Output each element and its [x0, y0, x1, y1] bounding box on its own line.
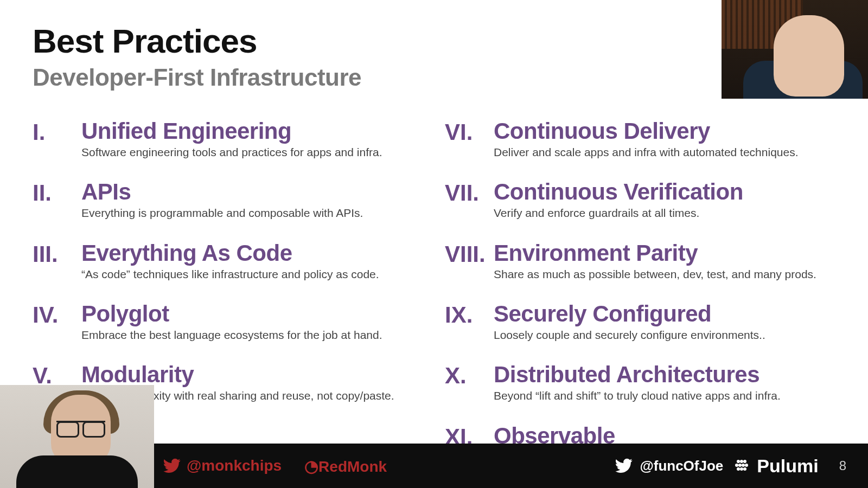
- item-desc: Embrace the best language ecosystems for…: [81, 328, 429, 342]
- svg-point-7: [737, 467, 740, 471]
- item-number: III.: [33, 241, 81, 267]
- right-brand-text: Pulumi: [757, 455, 818, 477]
- item-heading: Unified Engineering: [81, 119, 429, 143]
- list-item: X.Distributed ArchitecturesBeyond “lift …: [445, 363, 841, 403]
- item-heading: Polyglot: [81, 302, 429, 326]
- list-item: VII.Continuous VerificationVerify and en…: [445, 180, 841, 220]
- item-heading: APIs: [81, 180, 429, 204]
- slide: Best Practices Developer-First Infrastru…: [0, 0, 868, 488]
- slide-title: Best Practices: [33, 22, 257, 60]
- footer-left: @monkchips ◔RedMonk: [163, 457, 387, 476]
- item-desc: Loosely couple and securely configure en…: [494, 328, 841, 342]
- item-desc: Software engineering tools and practices…: [81, 145, 429, 159]
- footer-brand-left: ◔RedMonk: [304, 457, 387, 476]
- item-number: X.: [445, 363, 494, 389]
- footer-brand-right: Pulumi: [733, 455, 818, 477]
- list-item: I.Unified EngineeringSoftware engineerin…: [33, 119, 429, 159]
- webcam-bottom-left: [0, 385, 154, 488]
- item-desc: Share as much as possible between, dev, …: [494, 267, 841, 281]
- list-item: II.APIsEverything is programmable and co…: [33, 180, 429, 220]
- footer-right: @funcOfJoe Pulumi 8: [615, 455, 846, 477]
- svg-point-4: [738, 464, 742, 467]
- item-heading: Everything As Code: [81, 241, 429, 265]
- item-desc: Everything is programmable and composabl…: [81, 206, 429, 220]
- svg-point-5: [742, 464, 745, 467]
- item-number: VI.: [445, 119, 494, 145]
- item-number: VII.: [445, 180, 494, 206]
- svg-point-2: [743, 460, 746, 463]
- list-item: III.Everything As Code“As code” techniqu…: [33, 241, 429, 281]
- list-item: IX.Securely ConfiguredLoosely couple and…: [445, 302, 841, 342]
- item-heading: Modularity: [81, 363, 429, 387]
- item-number: VIII.: [445, 241, 494, 267]
- item-heading: Distributed Architectures: [494, 363, 841, 387]
- item-heading: Securely Configured: [494, 302, 841, 326]
- item-desc: Beyond “lift and shift” to truly cloud n…: [494, 389, 841, 403]
- list-item: IV.PolyglotEmbrace the best language eco…: [33, 302, 429, 342]
- item-desc: “As code” techniques like infrastructure…: [81, 267, 429, 281]
- item-number: IX.: [445, 302, 494, 328]
- item-desc: Verify and enforce guardrails at all tim…: [494, 206, 841, 220]
- item-heading: Environment Parity: [494, 241, 841, 265]
- right-column: VI.Continuous DeliveryDeliver and scale …: [445, 119, 841, 488]
- twitter-handle-right: @funcOfJoe: [615, 457, 723, 475]
- slide-subtitle: Developer-First Infrastructure: [33, 64, 361, 91]
- left-handle-text: @monkchips: [187, 457, 282, 474]
- twitter-icon: [163, 457, 181, 475]
- twitter-handle-left: @monkchips: [163, 457, 282, 475]
- item-heading: Continuous Verification: [494, 180, 841, 204]
- item-number: IV.: [33, 302, 81, 328]
- list-item: VIII.Environment ParityShare as much as …: [445, 241, 841, 281]
- list-item: VI.Continuous DeliveryDeliver and scale …: [445, 119, 841, 159]
- svg-point-8: [740, 467, 743, 471]
- svg-point-0: [737, 460, 740, 463]
- twitter-icon: [615, 457, 633, 475]
- item-heading: Continuous Delivery: [494, 119, 841, 143]
- svg-point-6: [745, 464, 748, 467]
- right-handle-text: @funcOfJoe: [640, 458, 723, 474]
- svg-point-9: [743, 467, 746, 471]
- page-number: 8: [839, 458, 846, 473]
- svg-point-1: [740, 460, 743, 463]
- svg-point-3: [735, 464, 738, 467]
- left-brand-text: RedMonk: [318, 458, 387, 475]
- item-number: I.: [33, 119, 81, 145]
- item-number: II.: [33, 180, 81, 206]
- webcam-top-right: [722, 0, 868, 99]
- pulumi-icon: [733, 457, 750, 474]
- item-desc: Deliver and scale apps and infra with au…: [494, 145, 841, 159]
